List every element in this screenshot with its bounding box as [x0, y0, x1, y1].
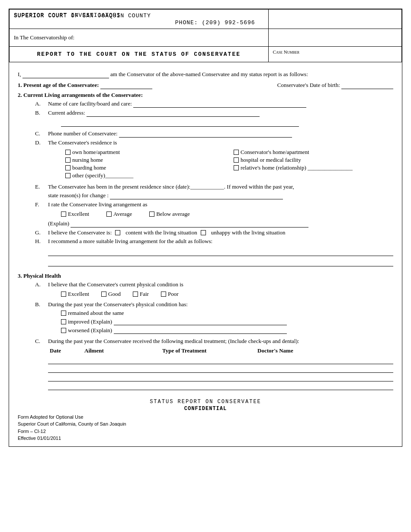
report-title: REPORT TO THE COURT ON THE STATUS OF CON…: [37, 51, 241, 58]
section2-itemE-line2: state reason(s) for change :: [48, 192, 393, 199]
itemD-relative-checkbox[interactable]: [234, 165, 239, 170]
itemF-explain-label: (Explain): [48, 220, 69, 227]
section3-itemB-label: B.: [35, 301, 48, 335]
section3-itemA-content: I believe that the Conservatee's current…: [48, 281, 393, 298]
section2-itemG-row: I believe the Conservatee is: content wi…: [48, 229, 393, 236]
section2-itemF-explain: (Explain): [48, 220, 393, 228]
header-right-cell: [268, 10, 401, 29]
section2-itemD-grid: own home/apartment nursing home boarding…: [65, 148, 393, 180]
section2-label: 2.: [18, 92, 22, 98]
medical-row4-date: [48, 381, 83, 390]
itemD-col1: own home/apartment nursing home boarding…: [65, 148, 225, 180]
itemA3-excellent-checkbox[interactable]: [61, 292, 66, 297]
section2-itemB-label: B.: [35, 109, 48, 127]
itemB3-improved-checkbox[interactable]: [61, 319, 66, 324]
section3-itemB-content: During the past year the Conservatee's p…: [48, 301, 393, 335]
report-title-cell: REPORT TO THE COURT ON THE STATUS OF CON…: [10, 47, 269, 62]
col-treatment: Type of Treatment: [161, 346, 256, 355]
itemA3-fair-checkbox[interactable]: [133, 292, 138, 297]
itemB-blank1: [87, 109, 260, 117]
itemB3-worsened-label: worsened (Explain): [68, 327, 112, 334]
medical-row3-date: [48, 372, 83, 381]
medical-table: Date Ailment Type of Treatment Doctor's …: [48, 346, 393, 390]
medical-row4-ailment: [83, 381, 161, 390]
section2-itemE: E. The Conservatee has been in the prese…: [35, 183, 393, 199]
intro-i: I,: [18, 71, 21, 77]
phone-text: PHONE: (209) 992-5696: [175, 19, 255, 26]
section3-itemC: C. During the past year the Conservatee …: [35, 338, 393, 390]
medical-row3-treatment: [161, 372, 256, 381]
section1-dob-label: Conservatee's Date of birth:: [277, 82, 340, 88]
medical-row2-ailment: [83, 364, 161, 372]
section2-itemC-text: Phone number of Conservatee:: [48, 130, 393, 138]
footer-info: Form Adopted for Optional Use Superior C…: [18, 413, 393, 442]
conservatorship-right: [268, 29, 401, 47]
conservatorship-label: In The Conservatorship of:: [14, 34, 74, 41]
section2-itemA-text: Name of care facility/board and care:: [48, 100, 393, 108]
conservatorship-cell: In The Conservatorship of:: [10, 29, 269, 47]
itemG-option2: unhappy with the living situation: [211, 229, 286, 236]
section3-itemB-text: During the past year the Conservatee's p…: [48, 301, 393, 308]
itemF-average-checkbox[interactable]: [106, 212, 112, 217]
itemD-hospital-checkbox[interactable]: [234, 157, 239, 163]
itemD-own-home-checkbox[interactable]: [65, 150, 71, 155]
itemD-boarding-checkbox[interactable]: [65, 165, 71, 170]
medical-row2-treatment: [161, 364, 256, 372]
section2-itemF-options: Excellent Average Below average: [61, 210, 393, 218]
itemA3-poor: Poor: [161, 291, 179, 298]
section2-itemF-label: F.: [35, 201, 48, 228]
col-ailment: Ailment: [83, 346, 161, 355]
itemF-excellent-label: Excellent: [68, 211, 89, 218]
itemB3-worsened: worsened (Explain): [61, 327, 393, 334]
section3-itemA-text: I believe that the Conservatee's current…: [48, 281, 393, 288]
itemA3-good-checkbox[interactable]: [101, 292, 106, 297]
itemH-line1: [48, 248, 393, 256]
footer-court-name: Superior Court of California, County of …: [18, 420, 126, 428]
section2-itemA-label: A.: [35, 100, 48, 108]
medical-row2-date: [48, 364, 83, 372]
medical-table-body: [48, 355, 393, 390]
itemD-hospital: hospital or medical facility: [234, 157, 393, 163]
itemA3-fair-label: Fair: [140, 291, 149, 298]
section1-dob-blank: [341, 82, 393, 89]
section2-itemE-line1: The Conservatee has been in the present …: [48, 183, 393, 190]
section2: 2. Current Living arrangements of the Co…: [18, 92, 393, 266]
section2-itemF-content: I rate the Conservatee living arrangemen…: [48, 201, 393, 228]
section3-itemA: A. I believe that the Conservatee's curr…: [35, 281, 393, 298]
itemD-conservator-home-checkbox[interactable]: [234, 150, 239, 155]
itemG-text-before: I believe the Conservatee is:: [48, 229, 112, 236]
section2-itemH-content: I recommend a more suitable living arran…: [48, 238, 393, 266]
intro-line: I, am the Conservator of the above-named…: [18, 71, 393, 78]
table-row: [48, 355, 393, 364]
header-table: SUPERIOR COURT INVESTIGATORS PHONE: (209…: [9, 9, 402, 62]
medical-row2-doctor: [256, 364, 393, 372]
org-line2: SUPERIOR COURT OF SAN JOAQUIN COUNTY: [14, 13, 264, 19]
section1-blank: [100, 82, 152, 89]
itemG-unhappy-checkbox[interactable]: [201, 230, 206, 235]
table-row: [48, 364, 393, 372]
itemF-excellent-checkbox[interactable]: [61, 212, 66, 217]
section1-dob: Conservatee's Date of birth:: [277, 82, 393, 89]
itemB3-worsened-checkbox[interactable]: [61, 328, 66, 333]
itemD-col2: Conservator's home/apartment hospital or…: [234, 148, 393, 180]
section2-itemC-label: C.: [35, 130, 48, 138]
section1-label: 1.: [18, 82, 22, 88]
section2-itemE-content: The Conservatee has been in the present …: [48, 183, 393, 199]
itemD-own-home-label: own home/apartment: [72, 149, 120, 156]
section2-itemD-label: D.: [35, 139, 48, 182]
section2-itemC: C. Phone number of Conservatee:: [35, 130, 393, 138]
itemB3-same-checkbox[interactable]: [61, 311, 66, 316]
medical-row1-date: [48, 355, 83, 364]
itemB3-same-label: remained about the same: [68, 310, 124, 317]
itemD-nursing-label: nursing home: [72, 157, 103, 163]
col-doctor: Doctor's Name: [256, 346, 393, 355]
itemA3-poor-checkbox[interactable]: [161, 292, 166, 297]
itemD-nursing-checkbox[interactable]: [65, 157, 71, 163]
case-number-cell: Case Number: [268, 47, 401, 62]
itemG-content-checkbox[interactable]: [115, 230, 120, 235]
section2-itemD-text: The Conservatee's residence is: [48, 139, 393, 146]
itemD-other: other (specify)__________: [65, 172, 225, 179]
itemD-other-checkbox[interactable]: [65, 173, 71, 178]
table-row: [48, 372, 393, 381]
itemF-below-checkbox[interactable]: [149, 212, 154, 217]
